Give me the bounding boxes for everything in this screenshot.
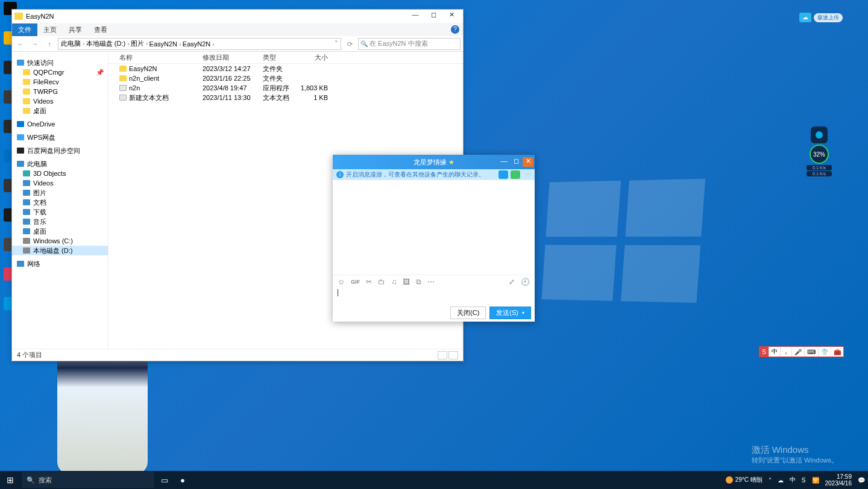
status-text: 4 个项目 <box>17 350 42 360</box>
cloud-icon: ☁ <box>799 13 811 22</box>
sidebar-item[interactable]: Videos <box>12 96 108 106</box>
file-row[interactable]: EasyN2N 2023/3/12 14:27 文件夹 <box>108 64 463 73</box>
ime-toolbox-icon[interactable]: 🧰 <box>831 347 843 357</box>
window-titlebar[interactable]: EasyN2N — ◻ ✕ <box>12 10 463 23</box>
nav-back-button[interactable]: ← <box>14 38 27 50</box>
sidebar-network[interactable]: 网络 <box>12 259 108 269</box>
ime-skin-icon[interactable]: 👕 <box>818 347 831 357</box>
chat-input-area[interactable] <box>333 288 535 306</box>
sidebar-item[interactable]: 图片 <box>12 188 108 198</box>
emoji-icon[interactable]: ☺ <box>338 278 345 286</box>
breadcrumb-seg[interactable]: EasyN2N <box>149 40 181 48</box>
chat-titlebar[interactable]: 龙星梦情缘★ — ◻ ✕ <box>333 155 535 169</box>
more-tools-icon[interactable]: ⋯ <box>427 278 435 286</box>
breadcrumb-seg[interactable]: 此电脑 <box>61 39 85 48</box>
ribbon-tab-file[interactable]: 文件 <box>12 23 37 36</box>
col-name[interactable]: 名称 <box>108 53 199 62</box>
tray-lang[interactable]: 中 <box>787 476 799 484</box>
breadcrumb[interactable]: 此电脑 本地磁盘 (D:) 图片 EasyN2N EasyN2N ˅ <box>58 38 341 50</box>
tray-chevron-icon[interactable]: ˄ <box>766 477 775 484</box>
minimize-button[interactable]: — <box>406 11 424 22</box>
chat-close-action-button[interactable]: 关闭(C) <box>450 307 486 319</box>
sidebar-onedrive[interactable]: OneDrive <box>12 119 108 129</box>
tray-network-icon[interactable]: 🛜 <box>809 477 822 484</box>
tray-notifications-icon[interactable]: 💬 <box>855 477 868 484</box>
chat-minimize-button[interactable]: — <box>498 157 509 167</box>
col-type[interactable]: 类型 <box>259 53 295 62</box>
scissors-icon[interactable]: ✂ <box>366 278 372 286</box>
more-icon[interactable]: ⋯ <box>525 171 531 178</box>
ime-toolbar[interactable]: S 中 ， 🎤 ⌨ 👕 🧰 <box>759 346 844 357</box>
sidebar-wps[interactable]: WPS网盘 <box>12 132 108 142</box>
ribbon-tab[interactable]: 主页 <box>37 23 63 36</box>
sidebar-item[interactable]: Windows (C:) <box>12 236 108 246</box>
file-row[interactable]: n2n_client 2023/1/16 22:25 文件夹 <box>108 73 463 83</box>
ime-logo-icon[interactable]: S <box>760 347 769 357</box>
sidebar-item[interactable]: 下载 <box>12 207 108 217</box>
taskbar-weather[interactable]: 29°C 晴朗 <box>723 476 766 484</box>
tray-onedrive-icon[interactable]: ☁ <box>775 477 787 484</box>
sidebar-item[interactable]: 3D Objects <box>12 169 108 178</box>
sidebar-item[interactable]: 桌面 <box>12 226 108 236</box>
ribbon-tab[interactable]: 查看 <box>88 23 113 36</box>
chat-maximize-button[interactable]: ◻ <box>511 157 521 167</box>
folder-icon <box>119 75 127 81</box>
network-gauge-widget[interactable]: 32% 0.1 K/s 0.1 K/s <box>807 126 832 177</box>
screenshot-icon[interactable]: ⧉ <box>416 278 421 286</box>
ime-punct-icon[interactable]: ， <box>780 347 791 357</box>
taskbar-search-input[interactable]: 搜索 <box>22 472 154 488</box>
maximize-button[interactable]: ◻ <box>424 11 442 22</box>
sidebar-baidu[interactable]: 百度网盘同步空间 <box>12 146 108 155</box>
sidebar-item-selected[interactable]: 本地磁盘 (D:) <box>12 246 108 255</box>
nav-up-button[interactable]: ↑ <box>43 38 55 50</box>
ribbon-tab[interactable]: 共享 <box>63 23 88 36</box>
tray-ime-icon[interactable]: S <box>799 477 809 484</box>
chat-close-button[interactable]: ✕ <box>523 157 533 167</box>
breadcrumb-seg[interactable]: EasyN2N <box>183 40 215 48</box>
chevron-down-icon[interactable]: ▾ <box>522 310 524 316</box>
sidebar-item[interactable]: 桌面 <box>12 106 108 116</box>
view-icons-button[interactable] <box>448 351 458 360</box>
start-button[interactable]: ⊞ <box>0 471 20 489</box>
taskbar-app-icon[interactable]: ● <box>174 471 192 489</box>
column-headers[interactable]: 名称 修改日期 类型 大小 <box>108 52 463 64</box>
col-date[interactable]: 修改日期 <box>199 53 259 62</box>
refresh-button[interactable]: ⟳ <box>344 38 356 50</box>
history-icon[interactable]: 🕘 <box>521 278 530 286</box>
col-size[interactable]: 大小 <box>295 53 332 62</box>
ime-keyboard-icon[interactable]: ⌨ <box>804 347 818 357</box>
sidebar-quick-access[interactable]: 快速访问 <box>12 58 108 67</box>
chat-notice-bar[interactable]: i 开启消息漫游，可查看在其他设备产生的聊天记录。 ⋯ <box>333 169 535 180</box>
status-bar: 4 个项目 <box>12 349 463 361</box>
sidebar-item[interactable]: Videos <box>12 178 108 188</box>
chat-window: 龙星梦情缘★ — ◻ ✕ i 开启消息漫游，可查看在其他设备产生的聊天记录。 ⋯… <box>333 155 535 322</box>
sidebar-item[interactable]: TWRPG <box>12 87 108 96</box>
file-row[interactable]: n2n 2023/4/8 19:47 应用程序 1,803 KB <box>108 83 463 93</box>
voice-call-icon[interactable] <box>511 170 520 179</box>
chat-send-button[interactable]: 发送(S)▾ <box>489 307 531 319</box>
expand-icon[interactable]: ⤢ <box>509 278 515 286</box>
file-row[interactable]: 新建文本文档 2023/1/11 13:30 文本文档 1 KB <box>108 93 463 102</box>
sidebar-item[interactable]: 文档 <box>12 198 108 207</box>
taskbar-task-view-icon[interactable]: ▭ <box>156 471 174 489</box>
gif-icon[interactable]: GIF <box>351 279 360 285</box>
ime-mic-icon[interactable]: 🎤 <box>791 347 804 357</box>
taskbar-clock[interactable]: 17:59 2023/4/16 <box>822 473 855 487</box>
breadcrumb-seg[interactable]: 图片 <box>131 39 148 48</box>
cloud-upload-widget[interactable]: ☁ 极速上传 <box>799 13 843 22</box>
search-input[interactable]: 在 EasyN2N 中搜索 <box>358 38 461 50</box>
sidebar-item[interactable]: 音乐 <box>12 217 108 226</box>
music-icon[interactable]: ♫ <box>391 278 397 286</box>
close-button[interactable]: ✕ <box>442 11 461 22</box>
view-details-button[interactable] <box>438 351 447 360</box>
sidebar-item[interactable]: QQPCmgr📌 <box>12 67 108 77</box>
nav-forward-button[interactable]: → <box>29 38 41 50</box>
breadcrumb-seg[interactable]: 本地磁盘 (D:) <box>86 39 130 48</box>
image-icon[interactable]: 🖼 <box>403 278 410 286</box>
sidebar-item[interactable]: FileRecv <box>12 77 108 87</box>
folder-send-icon[interactable]: 🗀 <box>378 278 385 286</box>
sidebar-this-pc[interactable]: 此电脑 <box>12 159 108 169</box>
video-call-icon[interactable] <box>498 170 508 179</box>
help-icon[interactable]: ? <box>451 25 459 34</box>
ime-lang[interactable]: 中 <box>769 347 780 357</box>
